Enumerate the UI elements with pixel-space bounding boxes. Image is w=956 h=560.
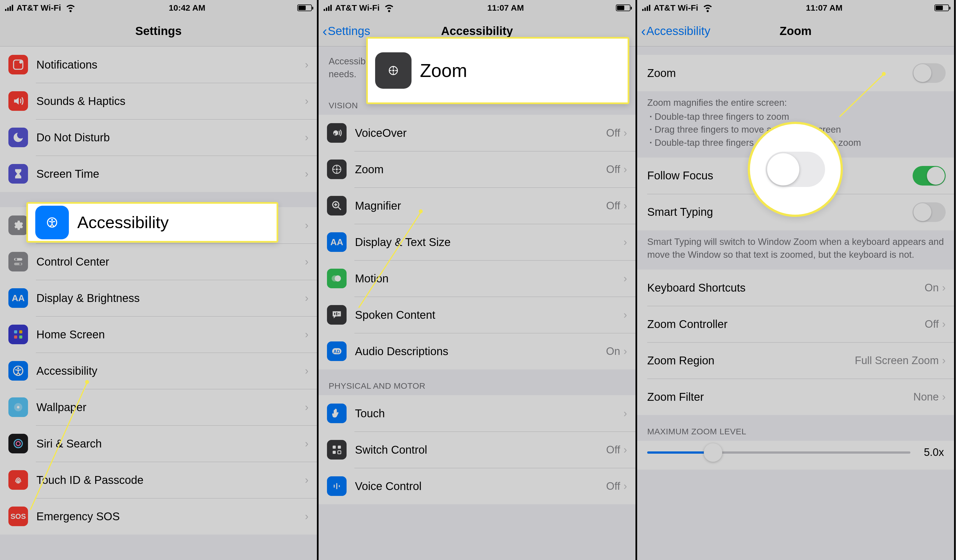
- row-screen-time[interactable]: Screen Time ›: [0, 155, 317, 192]
- row-spoken-content[interactable]: Spoken Content ›: [319, 296, 635, 333]
- row-notifications[interactable]: Notifications ›: [0, 47, 317, 83]
- row-touch[interactable]: Touch ›: [319, 395, 635, 431]
- status-time: 10:42 AM: [169, 3, 206, 13]
- section-header-physical: PHYSICAL AND MOTOR: [319, 369, 635, 395]
- signal-icon: [5, 5, 13, 11]
- svg-rect-34: [338, 451, 341, 454]
- row-zoom-toggle[interactable]: Zoom: [637, 55, 954, 91]
- chevron-right-icon: ›: [623, 408, 627, 419]
- row-home-screen[interactable]: Home Screen ›: [0, 316, 317, 353]
- svg-point-22: [336, 168, 338, 171]
- slider-thumb[interactable]: [704, 443, 722, 462]
- svg-rect-8: [19, 330, 22, 333]
- max-zoom-slider[interactable]: [647, 452, 910, 454]
- row-label: Wallpaper: [36, 401, 305, 414]
- row-label: Home Screen: [36, 328, 305, 341]
- svg-point-39: [392, 69, 394, 71]
- row-motion[interactable]: Motion ›: [319, 260, 635, 296]
- battery-icon: [934, 5, 949, 11]
- row-wallpaper[interactable]: Wallpaper ›: [0, 389, 317, 425]
- row-accessibility[interactable]: Accessibility ›: [0, 353, 317, 389]
- row-zoom-region[interactable]: Zoom Region Full Screen Zoom ›: [637, 342, 954, 379]
- row-label: Switch Control: [355, 444, 606, 456]
- row-value: On: [925, 282, 939, 294]
- accessibility-panel: AT&T Wi-Fi 11:07 AM ‹ Settings Accessibi…: [319, 0, 637, 560]
- svg-rect-9: [14, 336, 17, 339]
- row-label: Do Not Disturb: [36, 131, 305, 144]
- accessibility-icon: [8, 361, 28, 381]
- chevron-right-icon: ›: [623, 200, 627, 212]
- section-header-max-zoom: MAXIMUM ZOOM LEVEL: [637, 415, 954, 441]
- callout-end-dot: [85, 380, 89, 384]
- row-zoom[interactable]: Zoom Off ›: [319, 151, 635, 188]
- svg-point-12: [17, 367, 19, 369]
- chevron-right-icon: ›: [942, 318, 946, 330]
- svg-point-16: [16, 442, 20, 446]
- zoom-icon: [375, 52, 412, 89]
- row-siri-search[interactable]: Siri & Search ›: [0, 425, 317, 462]
- row-display-text-size[interactable]: AA Display & Text Size ›: [319, 224, 635, 260]
- row-label: Touch ID & Passcode: [36, 474, 305, 486]
- row-label: Siri & Search: [36, 438, 305, 450]
- row-label: Control Center: [36, 256, 305, 268]
- callout-accessibility: Accessibility: [26, 202, 278, 243]
- row-keyboard-shortcuts[interactable]: Keyboard Shortcuts On ›: [637, 270, 954, 306]
- notifications-icon: [8, 55, 28, 74]
- follow-focus-toggle[interactable]: [913, 166, 946, 185]
- accessibility-icon: [35, 206, 69, 239]
- row-emergency-sos[interactable]: SOS Emergency SOS ›: [0, 498, 317, 535]
- row-control-center[interactable]: Control Center ›: [0, 243, 317, 280]
- row-label: Zoom: [647, 67, 913, 80]
- row-audio-descriptions[interactable]: AD Audio Descriptions On ›: [319, 333, 635, 369]
- svg-rect-36: [336, 483, 337, 489]
- zoom-help-line: Double-tap three fingers to zoom: [649, 110, 944, 123]
- voiceover-icon: [327, 123, 347, 143]
- chevron-right-icon: ›: [623, 480, 627, 492]
- row-label: Zoom Region: [647, 354, 855, 367]
- switches-icon: [8, 252, 28, 271]
- smart-typing-toggle[interactable]: [913, 202, 946, 222]
- row-do-not-disturb[interactable]: Do Not Disturb ›: [0, 119, 317, 155]
- row-label: Display & Text Size: [355, 236, 623, 248]
- row-label: Sounds & Haptics: [36, 95, 305, 107]
- page-title: Zoom: [780, 24, 811, 38]
- fingerprint-icon: [8, 470, 28, 490]
- max-zoom-value: 5.0x: [919, 446, 944, 458]
- sos-icon: SOS: [8, 507, 28, 526]
- signal-icon: [642, 5, 650, 11]
- callout-label: Zoom: [420, 51, 627, 90]
- wallpaper-icon: [8, 397, 28, 417]
- row-switch-control[interactable]: Switch Control Off ›: [319, 431, 635, 468]
- svg-point-18: [51, 219, 53, 221]
- row-display-brightness[interactable]: AA Display & Brightness ›: [0, 280, 317, 316]
- chevron-right-icon: ›: [623, 236, 627, 248]
- row-magnifier[interactable]: Magnifier Off ›: [319, 188, 635, 224]
- row-label: VoiceOver: [355, 127, 606, 140]
- row-label: Display & Brightness: [36, 292, 305, 304]
- row-touch-id-passcode[interactable]: Touch ID & Passcode ›: [0, 462, 317, 498]
- back-button[interactable]: ‹ Accessibility: [641, 16, 710, 46]
- row-label: Screen Time: [36, 168, 305, 180]
- svg-rect-32: [338, 446, 341, 449]
- svg-point-1: [19, 60, 22, 64]
- svg-point-5: [15, 258, 17, 260]
- chevron-right-icon: ›: [305, 474, 308, 486]
- row-voiceover[interactable]: VoiceOver Off ›: [319, 115, 635, 151]
- row-zoom-controller[interactable]: Zoom Controller Off ›: [637, 306, 954, 342]
- zoom-toggle[interactable]: [913, 63, 946, 83]
- row-zoom-filter[interactable]: Zoom Filter None ›: [637, 379, 954, 415]
- wifi-icon: [383, 1, 395, 15]
- row-value: Off: [925, 318, 939, 330]
- back-button[interactable]: ‹ Settings: [322, 16, 370, 46]
- siri-icon: [8, 434, 28, 453]
- row-voice-control[interactable]: Voice Control Off ›: [319, 468, 635, 504]
- svg-rect-33: [333, 451, 336, 454]
- svg-rect-26: [334, 313, 335, 315]
- status-bar: AT&T Wi-Fi 10:42 AM: [0, 0, 317, 16]
- status-time: 11:07 AM: [487, 3, 524, 13]
- row-label: Motion: [355, 272, 623, 285]
- svg-rect-35: [334, 485, 335, 488]
- row-sounds-haptics[interactable]: Sounds & Haptics ›: [0, 83, 317, 119]
- chevron-right-icon: ›: [305, 438, 308, 450]
- chevron-right-icon: ›: [623, 273, 627, 285]
